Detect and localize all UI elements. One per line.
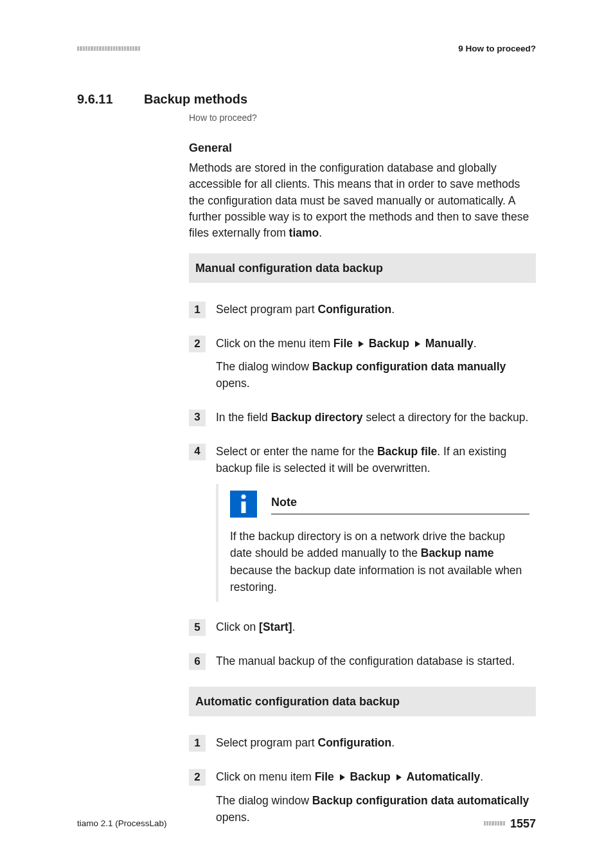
procA-step-1: 1 Select program part Configuration. bbox=[189, 301, 536, 318]
step-number-badge: 3 bbox=[189, 410, 206, 426]
running-header-title: 9 How to proceed? bbox=[458, 42, 536, 55]
text: Select program part bbox=[216, 303, 318, 316]
text: select a directory for the backup. bbox=[363, 411, 529, 424]
page-number: 1557 bbox=[510, 815, 536, 832]
button-name: [Start] bbox=[259, 620, 292, 633]
section-body: How to proceed? General Methods are stor… bbox=[189, 111, 536, 826]
menu-separator-icon bbox=[359, 341, 364, 347]
procedure-a-title: Manual configuration data backup bbox=[189, 253, 536, 283]
section-number: 9.6.11 bbox=[77, 90, 129, 109]
step-body: Select or enter the name for the Backup … bbox=[216, 443, 536, 477]
step-body: Select program part Configuration. bbox=[216, 301, 536, 318]
step-number-badge: 1 bbox=[189, 735, 206, 752]
menu-separator-icon bbox=[396, 774, 402, 781]
text: The manual backup of the configuration d… bbox=[216, 653, 536, 669]
text: opens. bbox=[216, 377, 250, 390]
text: . bbox=[391, 736, 395, 749]
menu-item: Backup bbox=[369, 337, 409, 350]
field-name: Backup name bbox=[421, 547, 494, 559]
note-label: Note bbox=[271, 494, 297, 511]
step-body: In the field Backup directory select a d… bbox=[216, 409, 536, 426]
note-title-line: Note bbox=[271, 494, 529, 514]
step-number-badge: 4 bbox=[189, 444, 206, 460]
section-title: Backup methods bbox=[144, 90, 247, 109]
procA-step-2: 2 Click on the menu item File Backup Man… bbox=[189, 335, 536, 392]
menu-item: Automatically bbox=[407, 770, 481, 783]
step-number-badge: 5 bbox=[189, 619, 206, 636]
text: In the field bbox=[216, 411, 271, 424]
section-breadcrumb: How to proceed? bbox=[189, 111, 536, 124]
note-rule bbox=[271, 514, 529, 514]
dialog-name: Backup configuration data manually bbox=[312, 360, 506, 373]
text: Methods are stored in the configuration … bbox=[189, 161, 529, 240]
step-number-badge: 1 bbox=[189, 302, 206, 318]
step-body: The manual backup of the configuration d… bbox=[216, 653, 536, 669]
step-number-badge: 2 bbox=[189, 336, 206, 352]
menu-item: File bbox=[315, 770, 334, 783]
section-heading: 9.6.11 Backup methods bbox=[77, 90, 536, 109]
footer-right: 1557 bbox=[484, 815, 536, 832]
procA-step-6: 6 The manual backup of the configuration… bbox=[189, 653, 536, 670]
text: The dialog window bbox=[216, 794, 312, 807]
text: Click on bbox=[216, 620, 259, 633]
product-name: tiamo bbox=[289, 226, 319, 239]
text: Select or enter the name for the bbox=[216, 445, 377, 458]
menu-item: Backup bbox=[350, 770, 391, 783]
field-name: Backup file bbox=[377, 445, 437, 458]
text: Click on the menu item bbox=[216, 337, 333, 350]
ui-label: Configuration bbox=[318, 736, 392, 749]
text: Select program part bbox=[216, 736, 318, 749]
text: . bbox=[474, 337, 477, 350]
footer-ornament bbox=[484, 821, 505, 826]
page-header: 9 How to proceed? bbox=[77, 42, 536, 55]
page: 9 How to proceed? 9.6.11 Backup methods … bbox=[0, 0, 613, 868]
general-paragraph: Methods are stored in the configuration … bbox=[189, 160, 536, 242]
dialog-name: Backup configuration data automatically bbox=[312, 794, 529, 807]
menu-separator-icon bbox=[415, 341, 420, 347]
ui-label: Configuration bbox=[318, 303, 392, 316]
procedure-b-title: Automatic configuration data backup bbox=[189, 687, 536, 716]
page-footer: tiamo 2.1 (ProcessLab) 1557 bbox=[77, 815, 536, 832]
step-body: Select program part Configuration. bbox=[216, 734, 536, 751]
text: Click on menu item bbox=[216, 770, 315, 783]
step-body: Click on [Start]. bbox=[216, 619, 536, 635]
note-header: Note bbox=[230, 491, 529, 518]
step-body: Click on the menu item File Backup Manua… bbox=[216, 335, 536, 392]
note-block: Note If the backup directory is on a net… bbox=[216, 484, 536, 602]
text: . bbox=[319, 226, 322, 239]
procB-step-1: 1 Select program part Configuration. bbox=[189, 734, 536, 752]
menu-separator-icon bbox=[340, 774, 345, 781]
field-name: Backup directory bbox=[271, 411, 363, 424]
general-heading: General bbox=[189, 140, 536, 156]
procA-step-5: 5 Click on [Start]. bbox=[189, 619, 536, 636]
menu-item: Manually bbox=[425, 337, 474, 350]
footer-product: tiamo 2.1 (ProcessLab) bbox=[77, 817, 167, 830]
step-number-badge: 2 bbox=[189, 769, 206, 786]
text: . bbox=[480, 770, 483, 783]
text: The dialog window bbox=[216, 360, 312, 373]
header-ornament-left bbox=[77, 46, 140, 51]
menu-item: File bbox=[333, 337, 353, 350]
text: . bbox=[391, 303, 395, 316]
procA-step-3: 3 In the field Backup directory select a… bbox=[189, 409, 536, 426]
note-text: If the backup directory is on a network … bbox=[230, 528, 529, 595]
step-number-badge: 6 bbox=[189, 653, 206, 670]
procA-step-4: 4 Select or enter the name for the Backu… bbox=[189, 443, 536, 477]
text: . bbox=[292, 620, 296, 633]
text: because the backup date information is n… bbox=[230, 564, 522, 593]
info-icon bbox=[230, 491, 257, 518]
